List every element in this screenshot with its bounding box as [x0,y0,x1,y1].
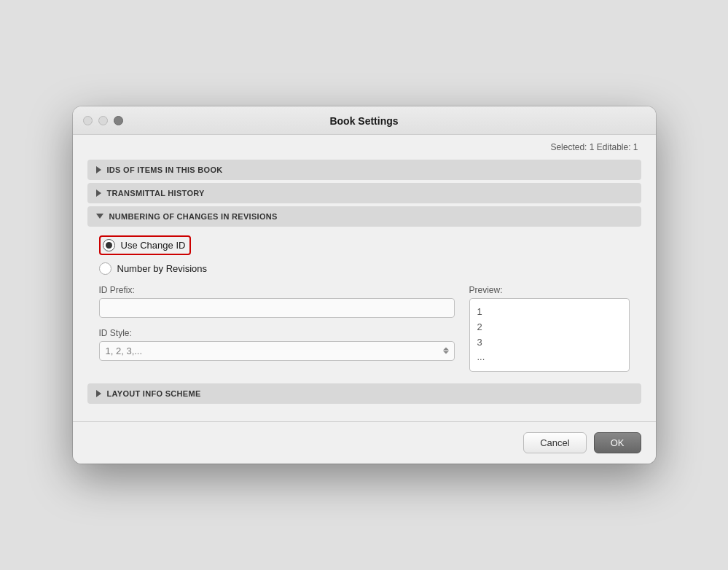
accordion-ids-title: IDS OF ITEMS IN THIS BOOK [107,165,223,174]
dialog-footer: Cancel OK [73,421,656,464]
minimize-button[interactable] [98,116,108,125]
maximize-button[interactable] [114,116,123,125]
radio-use-change-id[interactable]: Use Change ID [99,235,192,255]
accordion-numbering-arrow [96,214,103,219]
accordion-ids-header[interactable]: IDS OF ITEMS IN THIS BOOK [87,160,641,180]
accordion-ids-section: IDS OF ITEMS IN THIS BOOK [87,160,641,180]
form-row: ID Prefix: ID Style: 1, 2, 3,... a, b, c… [99,285,630,372]
radio-number-by-revisions-indicator [99,262,111,275]
traffic-lights [83,116,123,125]
preview-panel: Preview: 1 2 3 ... [469,285,630,372]
id-prefix-field: ID Prefix: [99,285,455,318]
selected-info: Selected: 1 Editable: 1 [87,142,641,152]
close-button[interactable] [83,116,93,125]
title-bar: Book Settings [73,106,656,135]
preview-line-dots: ... [477,350,622,365]
radio-use-change-id-label: Use Change ID [121,240,186,251]
preview-line-1: 1 [477,305,622,320]
accordion-layout-section: LAYOUT INFO SCHEME [87,383,641,404]
accordion-transmittal-header[interactable]: TRANSMITTAL HISTORY [87,183,641,203]
radio-use-change-id-wrapper: Use Change ID [99,235,630,255]
preview-label: Preview: [469,285,630,295]
accordion-layout-arrow [96,390,101,397]
ok-button[interactable]: OK [594,432,641,453]
id-style-select-wrapper: 1, 2, 3,... a, b, c,... I, II, III,... [99,341,455,361]
accordion-numbering-body: Use Change ID Number by Revisions [87,227,641,380]
id-prefix-input[interactable] [99,298,455,318]
dialog-window: Book Settings Selected: 1 Editable: 1 ID… [73,106,656,464]
cancel-button[interactable]: Cancel [523,432,586,453]
accordion-transmittal-section: TRANSMITTAL HISTORY [87,183,641,203]
form-left: ID Prefix: ID Style: 1, 2, 3,... a, b, c… [99,285,455,361]
id-style-label: ID Style: [99,328,455,338]
accordion-transmittal-arrow [96,190,101,197]
dialog-content: Selected: 1 Editable: 1 IDS OF ITEMS IN … [73,135,656,421]
accordion-numbering-header[interactable]: NUMBERING OF CHANGES IN REVISIONS [87,206,641,227]
preview-box: 1 2 3 ... [469,298,630,372]
id-style-select[interactable]: 1, 2, 3,... a, b, c,... I, II, III,... [99,341,455,361]
radio-number-by-revisions-label: Number by Revisions [117,263,208,274]
radio-number-by-revisions[interactable]: Number by Revisions [99,262,630,275]
accordion-transmittal-title: TRANSMITTAL HISTORY [107,189,205,198]
accordion-numbering-title: NUMBERING OF CHANGES IN REVISIONS [109,212,278,221]
id-style-field: ID Style: 1, 2, 3,... a, b, c,... I, II,… [99,328,455,361]
accordion-ids-arrow [96,166,101,173]
accordion-layout-title: LAYOUT INFO SCHEME [107,389,201,398]
window-title: Book Settings [329,115,398,127]
accordion-layout-header[interactable]: LAYOUT INFO SCHEME [87,383,641,404]
accordion-numbering-section: NUMBERING OF CHANGES IN REVISIONS Use Ch… [87,206,641,380]
radio-use-change-id-dot [106,242,112,249]
radio-use-change-id-indicator [103,239,115,251]
preview-line-2: 2 [477,320,622,335]
id-prefix-label: ID Prefix: [99,285,455,295]
radio-group: Use Change ID Number by Revisions [99,235,630,275]
preview-line-3: 3 [477,335,622,351]
